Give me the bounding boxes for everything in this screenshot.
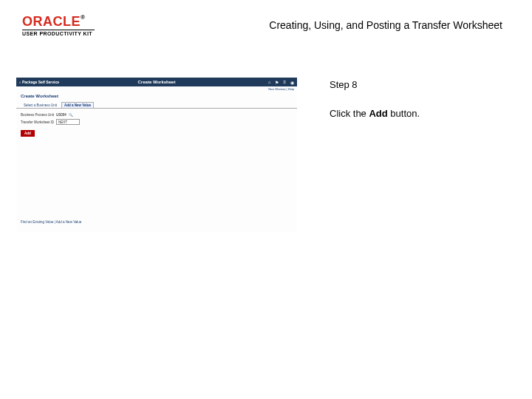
brand-rule xyxy=(22,30,95,30)
instruction-post: button. xyxy=(388,108,420,119)
brand-subtitle: USER PRODUCTIVITY KIT xyxy=(22,31,95,36)
home-icon[interactable]: ⌂ xyxy=(268,80,271,85)
document-title: Creating, Using, and Posting a Transfer … xyxy=(148,19,502,31)
tabstrip: Select a Business Unit Add a New Value xyxy=(16,102,297,109)
app-screenshot: ‹ Package Self Service Create Worksheet … xyxy=(16,78,297,233)
footer-links[interactable]: Find an Existing Value | Add a New Value xyxy=(21,220,81,224)
tw-row: Transfer Worksheet ID NEXT xyxy=(21,119,293,125)
tw-select[interactable]: NEXT xyxy=(56,119,80,125)
step-label: Step 8 xyxy=(330,79,420,90)
brand-wordmark: ORACLE® xyxy=(22,15,95,28)
menu-icon[interactable]: ≡ xyxy=(283,80,286,85)
add-button[interactable]: Add xyxy=(21,130,35,137)
bu-label: Business Process Unit xyxy=(21,113,54,117)
tab-select-bu[interactable]: Select a Business Unit xyxy=(21,102,60,108)
page-heading: Create Worksheet xyxy=(16,92,297,100)
subbar-links[interactable]: New Window | Help xyxy=(16,86,297,92)
brand-tm: ® xyxy=(81,14,85,21)
topbar-left: ‹ Package Self Service xyxy=(19,80,59,84)
instruction-bold: Add xyxy=(369,108,387,119)
topbar-page-title: Create Worksheet xyxy=(138,80,176,84)
bu-row: Business Process Unit US004 🔍 xyxy=(21,113,293,117)
topbar-icons: ⌂ ⚑ ≡ ◉ xyxy=(268,80,294,85)
form-area: Business Process Unit US004 🔍 Transfer W… xyxy=(16,109,297,141)
page-header: ORACLE® USER PRODUCTIVITY KIT Creating, … xyxy=(0,0,532,59)
alert-icon[interactable]: ◉ xyxy=(290,80,294,85)
screenshot-column: ‹ Package Self Service Create Worksheet … xyxy=(16,78,312,233)
tw-label: Transfer Worksheet ID xyxy=(21,120,54,124)
brand-logo: ORACLE® USER PRODUCTIVITY KIT xyxy=(22,15,95,36)
flag-icon[interactable]: ⚑ xyxy=(275,80,279,85)
instruction-column: Step 8 Click the Add button. xyxy=(330,78,420,233)
instruction-pre: Click the xyxy=(330,108,369,119)
bu-value: US004 xyxy=(56,113,66,117)
back-icon[interactable]: ‹ xyxy=(19,80,21,84)
brand-name: ORACLE xyxy=(22,14,81,29)
instruction-text: Click the Add button. xyxy=(330,108,420,119)
topbar-section-title: Package Self Service xyxy=(22,80,59,84)
tab-add-new-value[interactable]: Add a New Value xyxy=(61,102,94,109)
app-topbar: ‹ Package Self Service Create Worksheet … xyxy=(16,78,297,86)
content-row: ‹ Package Self Service Create Worksheet … xyxy=(0,78,532,233)
lookup-icon[interactable]: 🔍 xyxy=(69,113,73,117)
